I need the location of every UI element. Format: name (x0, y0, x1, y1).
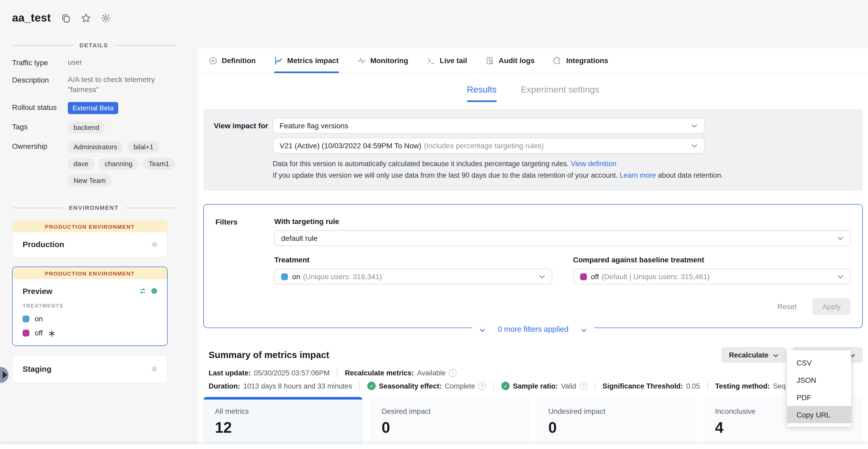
info-icon[interactable]: i (449, 369, 457, 377)
status-dot (152, 242, 157, 247)
view-definition-link[interactable]: View definition (571, 160, 617, 168)
filters-panel: Filters With targeting rule default rule… (203, 204, 863, 328)
swap-arrows-icon (139, 287, 147, 295)
tab-monitoring[interactable]: Monitoring (357, 48, 408, 73)
ownership-pill[interactable]: bilal+1 (128, 141, 159, 153)
metric-card-undesired-impact[interactable]: Undesired impact 0 (537, 397, 696, 449)
metric-summary-cards: All metrics 12 Desired impact 0 Undesire… (203, 397, 863, 449)
more-filters-toggle[interactable]: 0 more filters applied (472, 325, 594, 333)
question-icon[interactable]: ? (580, 382, 587, 390)
status-dot-active (151, 288, 157, 294)
tab-integrations[interactable]: Integrations (553, 48, 608, 73)
recalculate-button-label: Recalculate (729, 351, 769, 359)
share-menu-item-csv[interactable]: CSV (787, 354, 851, 371)
line-chart-icon (274, 56, 283, 65)
gear-icon[interactable] (101, 13, 111, 23)
rollout-status-badge[interactable]: External Beta (68, 102, 118, 114)
chevron-down-icon (837, 273, 844, 280)
treatment-dropdown[interactable]: on (Unique users: 316,341) (274, 269, 552, 285)
tab-metrics-impact[interactable]: Metrics impact (274, 48, 339, 73)
version-helper-text: Data for this version is automatically c… (273, 160, 569, 168)
share-menu-item-pdf[interactable]: PDF (787, 389, 851, 406)
tab-label: Monitoring (370, 56, 408, 65)
star-icon[interactable] (81, 13, 91, 23)
testing-method-value: Seq (773, 382, 785, 390)
environment-section-header: ENVIRONMENT (12, 205, 176, 211)
dropdown-value: on (292, 272, 300, 281)
metric-card-desired-impact[interactable]: Desired impact 0 (370, 397, 530, 449)
summary-meta-row-2: Duration: 1013 days 8 hours and 33 minut… (209, 382, 789, 390)
tag-pill[interactable]: backend (68, 121, 105, 133)
recalculate-button[interactable]: Recalculate (722, 347, 786, 363)
metric-card-value: 0 (548, 419, 685, 437)
treatment-name: on (35, 315, 43, 323)
ownership-pill[interactable]: channing (99, 158, 138, 170)
metric-card-value: 0 (382, 419, 518, 437)
copy-icon[interactable] (61, 13, 71, 23)
summary-title: Summary of metrics impact (209, 349, 329, 360)
duration-label: Duration: (209, 382, 240, 390)
ownership-pill[interactable]: Team1 (143, 158, 175, 170)
ownership-pill[interactable]: dave (68, 158, 94, 170)
tags-label: Tags (12, 121, 68, 133)
environment-name: Production (23, 240, 64, 249)
chevron-right-icon (2, 371, 7, 379)
seasonality-label: Seasonality effect: (379, 382, 442, 390)
metric-card-value: 12 (215, 419, 351, 437)
apply-button[interactable]: Apply (812, 298, 851, 315)
sub-tab-bar: Results Experiment settings (198, 85, 868, 102)
filters-label: Filters (215, 217, 274, 315)
rollout-status-label: Rollout status (12, 102, 68, 114)
traffic-type-value: user (68, 57, 176, 67)
terminal-icon (427, 56, 436, 65)
view-impact-label: View impact for (214, 118, 273, 181)
tab-live-tail[interactable]: Live tail (427, 48, 467, 73)
targeting-rule-dropdown[interactable]: default rule (274, 230, 851, 246)
sidebar: aa_test DETAILS Traffic type user Descri… (0, 0, 184, 449)
description-label: Description (12, 74, 68, 95)
view-impact-panel: View impact for Feature flag versions V2… (203, 109, 863, 191)
last-update-value: 05/30/2025 03:57:06PM (254, 369, 330, 377)
tab-audit-logs[interactable]: Audit logs (486, 48, 535, 73)
tab-label: Metrics impact (287, 56, 339, 65)
share-menu-item-copy-url[interactable]: Copy URL (787, 406, 851, 423)
environment-card-staging[interactable]: Staging (12, 355, 167, 383)
retention-helper-text: If you update this version we will only … (273, 171, 618, 179)
tab-bar: Definition Metrics impact Monitoring Liv… (198, 48, 868, 73)
dropdown-note: (Includes percentage targeting rules) (424, 142, 544, 150)
tab-label: Integrations (566, 56, 608, 65)
impact-source-dropdown[interactable]: Feature flag versions (273, 118, 705, 133)
recalculate-metrics-label: Recalculate metrics: (345, 369, 414, 377)
environment-card-preview[interactable]: PRODUCTION ENVIRONMENT Preview TREATMENT… (12, 267, 167, 346)
question-icon[interactable]: ? (478, 382, 486, 390)
ownership-pill[interactable]: Administrators (68, 141, 123, 153)
metric-card-all-metrics[interactable]: All metrics 12 (203, 397, 363, 449)
targeting-rule-label: With targeting rule (274, 217, 851, 226)
baseline-treatment-dropdown[interactable]: off (Default | Unique users: 315,461) (573, 269, 851, 285)
dropdown-value: default rule (281, 234, 318, 242)
reset-button[interactable]: Reset (777, 302, 797, 311)
environment-card-production[interactable]: PRODUCTION ENVIRONMENT Production (12, 220, 167, 258)
learn-more-link[interactable]: Learn more (620, 171, 656, 179)
dropdown-note: (Default | Unique users: 315,461) (601, 272, 710, 281)
main-content: Definition Metrics impact Monitoring Liv… (198, 48, 868, 449)
treatment-row: off (23, 329, 157, 337)
production-environment-banner: PRODUCTION ENVIRONMENT (12, 267, 167, 279)
subtab-experiment-settings[interactable]: Experiment settings (521, 85, 599, 102)
tab-definition[interactable]: Definition (209, 48, 256, 73)
environment-name: Staging (23, 364, 52, 373)
significance-threshold-label: Significance Threshold: (603, 382, 683, 390)
bottom-scroll-bar[interactable] (0, 444, 868, 449)
details-section-header: DETAILS (12, 42, 176, 48)
version-dropdown[interactable]: V21 (Active) (10/03/2022 04:59PM To Now)… (273, 138, 705, 153)
tab-label: Definition (222, 56, 256, 65)
treatment-name: off (35, 329, 43, 337)
share-menu-item-json[interactable]: JSON (787, 371, 851, 389)
treatment-label: Treatment (274, 256, 552, 264)
treatment-swatch-on (281, 273, 288, 280)
summary-meta-row-1: Last update: 05/30/2025 03:57:06PM Recal… (209, 369, 863, 377)
ownership-pill[interactable]: New Team (68, 175, 112, 187)
seasonality-value: Complete (445, 382, 475, 390)
treatment-swatch-on (23, 315, 29, 322)
subtab-results[interactable]: Results (467, 85, 497, 102)
